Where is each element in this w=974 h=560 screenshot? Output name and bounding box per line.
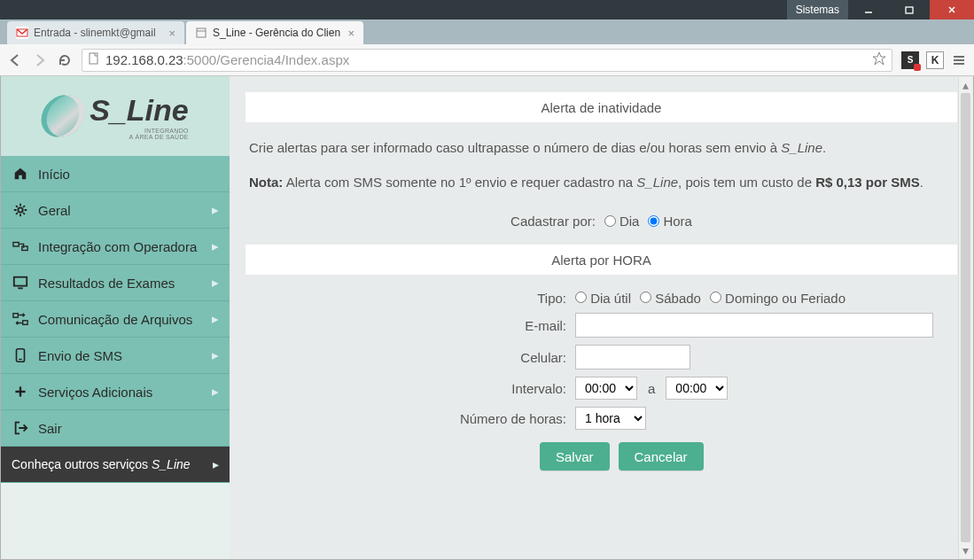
sidebar-item-resultados[interactable]: Resultados de Exames ▸ bbox=[1, 265, 230, 301]
sms-icon bbox=[12, 346, 29, 364]
chevron-right-icon: ▸ bbox=[212, 238, 219, 254]
chevron-right-icon: ▸ bbox=[213, 457, 219, 471]
svg-rect-6 bbox=[197, 28, 206, 37]
bookmark-star-icon[interactable] bbox=[872, 51, 886, 68]
sidebar-item-servicos[interactable]: Serviços Adicionais ▸ bbox=[1, 374, 230, 410]
sidebar-item-label: Início bbox=[38, 167, 70, 182]
link-icon bbox=[12, 237, 29, 255]
extension-k-icon[interactable]: K bbox=[926, 51, 944, 69]
sidebar-item-label: Sair bbox=[38, 421, 62, 436]
browser-tab-gmail[interactable]: Entrada - slinemkt@gmail × bbox=[7, 21, 184, 44]
arrow-left-icon bbox=[7, 52, 23, 68]
sidebar-item-label: Envio de SMS bbox=[38, 348, 122, 363]
radio-dia-input[interactable] bbox=[604, 215, 616, 227]
tipo-label: Tipo: bbox=[245, 291, 566, 306]
logo-area: S_Line INTEGRANDO A ÁREA DE SAÚDE bbox=[1, 76, 230, 156]
svg-rect-13 bbox=[13, 243, 19, 247]
numhoras-label: Número de horas: bbox=[245, 411, 566, 426]
sidebar-item-inicio[interactable]: Início bbox=[1, 156, 230, 192]
tab-close-icon[interactable]: × bbox=[347, 27, 355, 40]
browser-tab-strip: Entrada - slinemkt@gmail × S_Line - Gerê… bbox=[0, 19, 974, 44]
email-label: E-mail: bbox=[245, 318, 566, 333]
cancelar-button[interactable]: Cancelar bbox=[619, 442, 704, 471]
sidebar-item-comunicacao[interactable]: Comunicação de Arquivos ▸ bbox=[1, 301, 230, 338]
radio-dia-util-input[interactable] bbox=[575, 292, 587, 303]
sidebar-nav: Início Geral ▸ Integração com Operadora … bbox=[1, 156, 230, 483]
minimize-icon bbox=[864, 5, 873, 14]
radio-dia-util[interactable]: Dia útil bbox=[575, 291, 631, 306]
browser-tab-sline[interactable]: S_Line - Gerência do Clien × bbox=[186, 21, 363, 44]
address-bar[interactable]: 192.168.0.23:5000/Gerencia4/Index.aspx bbox=[82, 49, 892, 72]
page-body: S_Line INTEGRANDO A ÁREA DE SAÚDE Início… bbox=[0, 76, 974, 560]
reload-button[interactable] bbox=[57, 52, 73, 68]
intervalo-to-select[interactable]: 00:00 bbox=[666, 377, 728, 400]
close-icon bbox=[947, 5, 956, 14]
sidebar-item-label: Integração com Operadora bbox=[38, 239, 197, 254]
page-scrollbar[interactable]: ▴ ▾ bbox=[958, 77, 972, 558]
celular-field[interactable] bbox=[575, 345, 690, 369]
radio-hora[interactable]: Hora bbox=[648, 214, 692, 229]
panel-header-inatividade: Alerta de inatividade bbox=[245, 92, 957, 122]
window-close-button[interactable] bbox=[930, 0, 974, 19]
gear-icon bbox=[12, 201, 29, 219]
intervalo-row: Intervalo: 00:00 a 00:00 bbox=[245, 373, 957, 403]
panel-header-hora: Alerta por HORA bbox=[245, 245, 957, 275]
celular-row: Celular: bbox=[245, 341, 957, 373]
salvar-button[interactable]: Salvar bbox=[540, 442, 610, 471]
url-text: 192.168.0.23:5000/Gerencia4/Index.aspx bbox=[105, 52, 867, 67]
chevron-right-icon: ▸ bbox=[212, 202, 219, 218]
forward-button[interactable] bbox=[32, 52, 48, 68]
svg-rect-8 bbox=[90, 53, 97, 64]
sidebar-item-sair[interactable]: Sair bbox=[1, 410, 230, 447]
intervalo-from-select[interactable]: 00:00 bbox=[575, 377, 637, 400]
plus-icon bbox=[12, 383, 29, 401]
intervalo-sep: a bbox=[646, 381, 657, 396]
logo-tagline1: INTEGRANDO bbox=[90, 128, 188, 134]
radio-domingo[interactable]: Domingo ou Feriado bbox=[710, 291, 845, 306]
numhoras-select[interactable]: 1 hora bbox=[575, 407, 646, 430]
page-icon bbox=[88, 52, 100, 67]
sidebar-item-label: Comunicação de Arquivos bbox=[38, 312, 192, 327]
radio-dia[interactable]: Dia bbox=[604, 214, 640, 229]
logo-mark-icon bbox=[38, 95, 88, 137]
sidebar: S_Line INTEGRANDO A ÁREA DE SAÚDE Início… bbox=[1, 76, 230, 559]
sidebar-item-integracao[interactable]: Integração com Operadora ▸ bbox=[1, 229, 230, 265]
radio-domingo-input[interactable] bbox=[710, 292, 721, 303]
sidebar-item-geral[interactable]: Geral ▸ bbox=[1, 192, 230, 229]
extension-s-icon[interactable]: S bbox=[901, 51, 919, 69]
window-minimize-button[interactable] bbox=[848, 0, 889, 19]
gmail-favicon-icon bbox=[16, 27, 28, 39]
svg-rect-14 bbox=[22, 246, 27, 251]
scroll-up-icon[interactable]: ▴ bbox=[959, 77, 972, 93]
svg-point-12 bbox=[18, 207, 22, 212]
sistemas-dropdown[interactable]: Sistemas bbox=[787, 0, 848, 19]
svg-rect-17 bbox=[13, 314, 18, 318]
radio-sabado[interactable]: Sábado bbox=[640, 291, 701, 306]
sidebar-item-label: Serviços Adicionais bbox=[38, 385, 152, 400]
button-row: Salvar Cancelar bbox=[245, 433, 957, 471]
radio-hora-input[interactable] bbox=[648, 215, 659, 227]
description-text: Crie alertas para ser informado caso ult… bbox=[245, 135, 957, 169]
nota-text: Nota: Alerta com SMS somente no 1º envio… bbox=[245, 169, 957, 204]
radio-sabado-input[interactable] bbox=[640, 292, 651, 303]
window-maximize-button[interactable] bbox=[889, 0, 930, 19]
email-field[interactable] bbox=[575, 313, 933, 338]
sidebar-item-promo[interactable]: Conheça outros serviços S_Line ▸ bbox=[1, 447, 230, 483]
page-favicon-icon bbox=[195, 27, 207, 39]
logo-name: S_Line bbox=[90, 93, 188, 128]
chevron-right-icon: ▸ bbox=[212, 275, 219, 291]
scroll-down-icon[interactable]: ▾ bbox=[959, 542, 972, 558]
numhoras-row: Número de horas: 1 hora bbox=[245, 403, 957, 433]
sidebar-item-label: Geral bbox=[38, 203, 71, 218]
back-button[interactable] bbox=[7, 52, 23, 68]
scroll-thumb[interactable] bbox=[961, 93, 970, 542]
svg-rect-1 bbox=[906, 7, 913, 13]
tab-title: Entrada - slinemkt@gmail bbox=[34, 27, 156, 39]
hamburger-icon bbox=[951, 52, 967, 68]
brand-logo: S_Line INTEGRANDO A ÁREA DE SAÚDE bbox=[42, 93, 188, 140]
chrome-menu-button[interactable] bbox=[951, 52, 967, 68]
tab-close-icon[interactable]: × bbox=[168, 27, 175, 40]
sidebar-item-sms[interactable]: Envio de SMS ▸ bbox=[1, 338, 230, 374]
home-icon bbox=[12, 165, 29, 183]
intervalo-label: Intervalo: bbox=[245, 381, 566, 396]
